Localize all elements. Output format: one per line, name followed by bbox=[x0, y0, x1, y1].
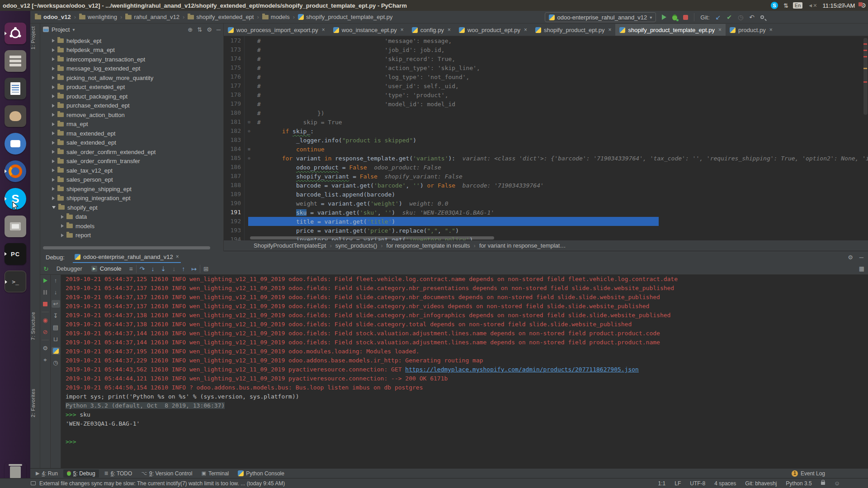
code-line[interactable]: 191 sku = variant.get('sku', '') sku: 'W… bbox=[224, 208, 868, 217]
close-icon[interactable]: × bbox=[769, 27, 773, 33]
line-number[interactable]: 186 bbox=[224, 163, 245, 172]
close-icon[interactable]: × bbox=[322, 27, 325, 33]
gimp-icon[interactable] bbox=[5, 105, 26, 127]
close-icon[interactable]: × bbox=[524, 27, 527, 33]
line-number[interactable]: 182 bbox=[224, 127, 245, 136]
search-everywhere-icon[interactable] bbox=[760, 15, 764, 19]
collapsed-arrow-icon[interactable] bbox=[52, 178, 55, 182]
stop-button[interactable] bbox=[683, 15, 688, 20]
collapse-all-icon[interactable]: ⇅ bbox=[197, 26, 202, 33]
console-menu-icon[interactable]: ≡ bbox=[126, 265, 136, 272]
gear-icon[interactable]: ⚙ bbox=[207, 26, 212, 33]
breadcrumb-item[interactable]: wenlighting bbox=[79, 14, 117, 20]
git-rollback-icon[interactable]: ↶ bbox=[749, 14, 755, 20]
hide-debug-panel-icon[interactable]: ─ bbox=[859, 254, 863, 261]
files-icon[interactable] bbox=[5, 50, 26, 72]
line-number[interactable]: 190 bbox=[224, 199, 245, 208]
history-icon[interactable]: ◷ bbox=[52, 359, 60, 366]
code-line[interactable]: 183 _logger.info("product is skipped") bbox=[224, 136, 868, 145]
window-title-bar[interactable]: odoo_v12 [~/workspace/odoo_v12] - .../we… bbox=[0, 0, 868, 11]
stripe-structure[interactable]: 7: Structure bbox=[30, 312, 40, 340]
code-line[interactable]: 185⊝ for variant in response_template.ge… bbox=[224, 154, 868, 163]
debug-session-tab[interactable]: odoo-enterprise_rahul_anand_v12 × bbox=[73, 252, 181, 263]
code-line[interactable]: 187 shopify_variant = False shopify_vari… bbox=[224, 172, 868, 181]
evaluate-expression-icon[interactable]: ⊞ bbox=[200, 265, 212, 272]
pin-icon[interactable]: ⌖ bbox=[41, 356, 50, 364]
code-line[interactable]: 194 inventory_policy = variant.get('inve… bbox=[224, 235, 868, 240]
tree-item[interactable]: shipengine_shipping_ept bbox=[40, 184, 223, 194]
tree-item[interactable]: report bbox=[40, 231, 223, 240]
debug-settings-gear-icon[interactable]: ⚙ bbox=[848, 254, 853, 261]
line-number[interactable]: 183 bbox=[224, 136, 245, 145]
line-number[interactable]: 184 bbox=[224, 145, 245, 154]
tree-item[interactable]: product_extended_ept bbox=[40, 83, 223, 92]
collapsed-arrow-icon[interactable] bbox=[52, 94, 55, 98]
mute-breakpoints-icon[interactable]: ⊘ bbox=[41, 328, 50, 336]
tree-item[interactable]: sale_order_confirm_transfer bbox=[40, 157, 223, 166]
line-number[interactable]: 180 bbox=[224, 108, 245, 117]
collapsed-arrow-icon[interactable] bbox=[52, 187, 55, 191]
tree-item[interactable]: shipping_integration_ept bbox=[40, 194, 223, 203]
breadcrumb-item[interactable]: rahul_anand_v12 bbox=[125, 14, 179, 20]
screenshot-tool-icon[interactable] bbox=[5, 216, 26, 237]
line-number[interactable]: 192 bbox=[224, 217, 245, 226]
tree-item[interactable]: remove_action_button bbox=[40, 110, 223, 120]
status-widget[interactable]: Git: bhaveshj bbox=[745, 480, 777, 487]
run-button[interactable] bbox=[662, 14, 666, 20]
hector-icon[interactable]: ☺ bbox=[834, 480, 840, 487]
line-number[interactable]: 173 bbox=[224, 45, 245, 54]
status-widget[interactable]: 4 spaces bbox=[714, 480, 736, 487]
tree-item[interactable]: sale_extended_ept bbox=[40, 138, 223, 148]
tree-item[interactable]: picking_not_allow_more_quantity bbox=[40, 73, 223, 83]
close-icon[interactable]: × bbox=[176, 253, 179, 260]
collapsed-arrow-icon[interactable] bbox=[52, 48, 55, 52]
console-link[interactable]: https://ledmyplace.myshopify.com/admin/p… bbox=[405, 366, 639, 373]
line-number[interactable]: 174 bbox=[224, 54, 245, 63]
status-widget[interactable]: UTF-8 bbox=[690, 480, 705, 487]
tree-item[interactable]: shopify_ept bbox=[40, 203, 223, 212]
code-line[interactable]: 180 # }) bbox=[224, 108, 868, 117]
line-number[interactable]: 189 bbox=[224, 190, 245, 199]
collapsed-arrow-icon[interactable] bbox=[52, 131, 55, 135]
editor-tab[interactable]: woo_process_import_export.py× bbox=[224, 24, 329, 36]
view-breakpoints-icon[interactable]: ◉ bbox=[41, 316, 50, 324]
collapsed-arrow-icon[interactable] bbox=[52, 160, 55, 163]
collapsed-arrow-icon[interactable] bbox=[61, 224, 64, 228]
tree-item[interactable]: models bbox=[40, 221, 223, 231]
tree-item[interactable]: sale_order_confirm_extended_ept bbox=[40, 147, 223, 157]
hidden-tabs-dropdown[interactable]: ≡3▾ bbox=[837, 3, 846, 9]
collapsed-arrow-icon[interactable] bbox=[52, 76, 55, 80]
step-over-icon[interactable]: ↷ bbox=[137, 265, 148, 272]
tree-item[interactable]: message_log_extended_ept bbox=[40, 64, 223, 74]
pycharm-icon[interactable]: PC bbox=[5, 243, 26, 265]
editor-breadcrumb-item[interactable]: for variant in response_templat… bbox=[479, 242, 566, 249]
close-icon[interactable]: × bbox=[401, 27, 404, 33]
clear-console-icon[interactable]: ⊔ bbox=[52, 335, 60, 343]
collapsed-arrow-icon[interactable] bbox=[52, 150, 55, 154]
toolwindow-button-debug[interactable]: 5: Debug bbox=[63, 469, 99, 478]
debug-console[interactable]: 2019-10-21 05:44:37,125 12610 INFO wen_l… bbox=[61, 275, 868, 468]
run-configuration-select[interactable]: odoo-enterprise_rahul_anand_v12 ▾ bbox=[545, 12, 656, 22]
line-number[interactable]: 176 bbox=[224, 72, 245, 81]
line-number[interactable]: 178 bbox=[224, 90, 245, 99]
collapsed-arrow-icon[interactable] bbox=[52, 113, 55, 117]
run-to-cursor-icon[interactable]: ↦ bbox=[188, 265, 200, 272]
code-line[interactable]: 176 # 'log_type': 'not_found', bbox=[224, 72, 868, 81]
code-line[interactable]: 188 barcode = variant.get('barcode', '')… bbox=[224, 181, 868, 190]
toolwindow-button-run[interactable]: ▶4: Run bbox=[32, 469, 61, 478]
collapsed-arrow-icon[interactable] bbox=[52, 141, 55, 145]
line-number[interactable]: 187 bbox=[224, 172, 245, 181]
chat-icon[interactable] bbox=[5, 133, 26, 155]
code-line[interactable]: 174 # 'skip_record': True, bbox=[224, 54, 868, 63]
collapsed-arrow-icon[interactable] bbox=[61, 215, 64, 219]
collapsed-arrow-icon[interactable] bbox=[52, 122, 55, 126]
event-log-button[interactable]: 1 Event Log bbox=[792, 470, 825, 477]
down-stack-icon[interactable]: ↓ bbox=[52, 288, 60, 296]
project-horizontal-scrollbar[interactable] bbox=[43, 246, 210, 249]
code-line[interactable]: 192 title = variant.get('title') bbox=[224, 217, 868, 226]
close-icon[interactable]: × bbox=[448, 27, 451, 33]
stop-icon[interactable] bbox=[41, 300, 50, 308]
resume-icon[interactable] bbox=[41, 277, 50, 284]
code-line[interactable]: 177 # 'user_id': self._uid, bbox=[224, 81, 868, 90]
code-editor[interactable]: 172 # 'message': message,173 # 'job_id':… bbox=[224, 36, 868, 240]
